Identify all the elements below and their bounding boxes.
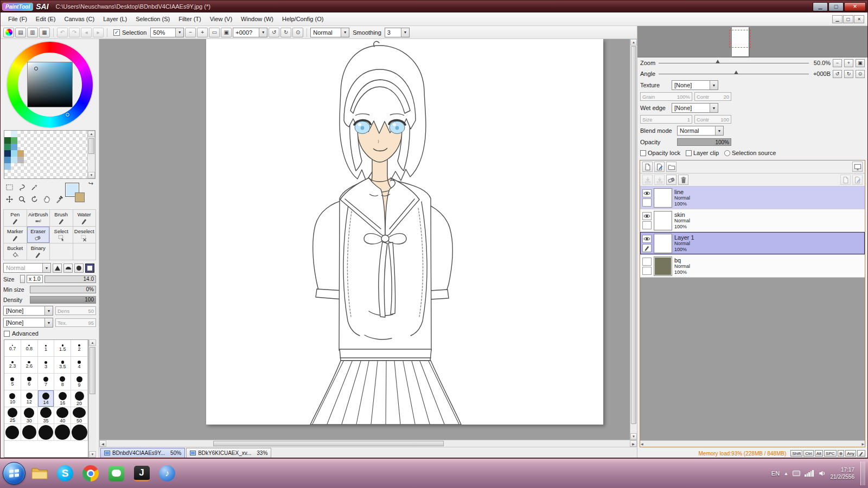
menu-filter[interactable]: Filter (T) xyxy=(174,13,206,25)
merge-down-button[interactable] xyxy=(654,175,665,185)
chevron-down-icon[interactable]: ▼ xyxy=(710,81,718,89)
maximize-button[interactable]: ▢ xyxy=(828,2,844,11)
document-tab-2[interactable]: BDkY6KICUAEX_xv... 33% xyxy=(186,448,271,458)
selection-visibility-toggle[interactable]: ✓ Selection xyxy=(113,29,146,36)
move-tool[interactable] xyxy=(4,194,15,204)
tool-airbrush[interactable]: AirBrush xyxy=(27,210,50,227)
layer-visibility-toggle[interactable] xyxy=(642,212,652,220)
nav-zoom-out-button[interactable]: − xyxy=(833,59,842,67)
secondary-color-swatch[interactable] xyxy=(75,192,85,202)
brush-size-cell[interactable]: 6 xyxy=(21,374,38,390)
rotate-ccw-button[interactable]: ↺ xyxy=(269,28,279,37)
selection-source-toggle[interactable]: Selection source xyxy=(724,150,776,156)
doc-minimize-button[interactable]: ▁ xyxy=(832,15,843,23)
horizontal-scrollbar[interactable]: ◀ ▶ xyxy=(99,440,637,447)
layer-clip-toggle[interactable]: Layer clip xyxy=(686,150,719,156)
magic-wand-tool[interactable] xyxy=(29,182,40,192)
opacity-lock-checkbox[interactable] xyxy=(640,150,646,156)
taskbar-jdownloader[interactable]: J xyxy=(130,462,153,485)
rotate-canvas-tool[interactable] xyxy=(29,194,40,204)
brush-size-cell[interactable] xyxy=(71,424,88,441)
size-slider[interactable]: 14.0 xyxy=(44,275,96,283)
brush-size-cell[interactable]: 35 xyxy=(38,407,55,424)
menu-canvas[interactable]: Canvas (C) xyxy=(60,13,99,25)
advanced-checkbox[interactable] xyxy=(4,331,10,337)
layer-panel-scrollbar[interactable]: ◀▶ xyxy=(640,440,865,447)
taskbar-explorer[interactable] xyxy=(28,462,51,485)
layer-visibility-toggle[interactable] xyxy=(642,189,652,197)
angle-slider[interactable] xyxy=(658,70,810,77)
nav-angle-reset-button[interactable]: ⊙ xyxy=(856,70,865,78)
panel-toggle-3-button[interactable]: ▦ xyxy=(39,28,50,37)
size-multiplier[interactable]: x 1.0 xyxy=(27,275,43,283)
panel-toggle-2-button[interactable]: ▥ xyxy=(27,28,38,37)
menu-selection[interactable]: Selection (S) xyxy=(131,13,174,25)
brush-blend-combo[interactable]: Normal▼ xyxy=(3,263,51,273)
chevron-down-icon[interactable]: ▼ xyxy=(175,28,183,37)
clear-layer-button[interactable] xyxy=(666,175,676,185)
brush-size-cell[interactable]: 4 xyxy=(71,357,88,374)
start-button[interactable] xyxy=(3,462,25,485)
slot2-combo[interactable]: [None]▼ xyxy=(3,318,53,328)
doc-restore-button[interactable]: ▢ xyxy=(843,15,853,23)
brush-size-cell[interactable]: 16 xyxy=(54,390,71,407)
swap-colors-icon[interactable]: ↪ xyxy=(88,180,93,187)
paste-layer-button[interactable] xyxy=(852,175,863,185)
chevron-down-icon[interactable]: ▼ xyxy=(715,126,723,135)
zoom-tool[interactable] xyxy=(16,194,27,204)
scroll-down-icon[interactable]: ▼ xyxy=(630,433,637,440)
opacity-slider[interactable]: 100% xyxy=(677,138,731,146)
size-grid-scrollbar[interactable]: ▲ ▼ xyxy=(88,339,96,458)
layer-clip-checkbox[interactable] xyxy=(686,150,692,156)
layer-visibility-toggle[interactable] xyxy=(642,235,652,243)
color-wheel[interactable] xyxy=(7,42,93,127)
brush-size-cell[interactable]: 20 xyxy=(71,390,88,407)
paint-mode-combo[interactable]: Normal▼ xyxy=(310,28,349,37)
chevron-down-icon[interactable]: ▼ xyxy=(259,28,267,37)
texture-combo[interactable]: [None]▼ xyxy=(672,80,718,90)
brush-size-cell[interactable] xyxy=(4,424,21,441)
vertical-scrollbar[interactable]: ▲ ▼ xyxy=(630,39,637,440)
scroll-down-icon[interactable]: ▼ xyxy=(88,172,95,178)
brush-size-cell[interactable]: 3.5 xyxy=(54,357,71,374)
chevron-down-icon[interactable]: ▼ xyxy=(44,306,53,315)
tool-binary[interactable]: Binary xyxy=(27,243,50,260)
chevron-down-icon[interactable]: ▼ xyxy=(710,104,718,112)
tool-marker[interactable]: Marker xyxy=(4,227,27,243)
hue-marker[interactable] xyxy=(66,113,69,117)
chevron-down-icon[interactable]: ▼ xyxy=(341,28,349,37)
history-back-button[interactable]: ◂ xyxy=(81,28,92,37)
scrollbar-thumb[interactable] xyxy=(213,441,444,446)
panel-display-button[interactable] xyxy=(852,162,863,172)
brush-size-cell[interactable]: 30 xyxy=(21,407,38,424)
brush-size-cell[interactable] xyxy=(21,424,38,441)
layer-row-skin[interactable]: skin Normal 100% xyxy=(640,209,865,232)
taskbar-itunes[interactable]: ♪ xyxy=(156,462,178,485)
angle-combo[interactable]: +000?▼ xyxy=(233,28,267,37)
taskbar-green-app[interactable] xyxy=(105,462,127,485)
nav-zoom-in-button[interactable]: + xyxy=(844,59,853,67)
brush-tip-triangle-button[interactable] xyxy=(53,264,62,273)
brush-size-cell[interactable]: 2 xyxy=(71,340,88,357)
menu-edit[interactable]: Edit (E) xyxy=(31,13,60,25)
blend-mode-combo[interactable]: Normal▼ xyxy=(677,126,724,136)
min-size-slider[interactable]: 0% xyxy=(30,286,96,293)
layer-extra-box[interactable] xyxy=(642,267,652,275)
brush-size-cell[interactable]: 50 xyxy=(71,407,88,424)
scroll-right-icon[interactable]: ▶ xyxy=(630,440,637,447)
chevron-down-icon[interactable]: ▼ xyxy=(401,28,409,37)
rotate-reset-button[interactable]: ⊙ xyxy=(292,28,303,37)
delete-layer-button[interactable] xyxy=(678,175,688,185)
layer-visibility-toggle-off[interactable] xyxy=(642,258,652,266)
taskbar-chrome[interactable] xyxy=(79,462,102,485)
selection-source-radio[interactable] xyxy=(724,150,730,156)
menu-help-config[interactable]: Help/Config (O) xyxy=(278,13,328,25)
tool-select[interactable]: Select xyxy=(50,227,73,243)
layer-row-bg[interactable]: bq Normal 100% xyxy=(640,255,865,278)
color-wheel-toggle-button[interactable] xyxy=(3,28,14,37)
copy-layer-button[interactable] xyxy=(840,175,851,185)
show-desktop-button[interactable] xyxy=(860,461,865,485)
slot1-combo[interactable]: [None]▼ xyxy=(3,306,53,316)
brush-size-cell[interactable] xyxy=(54,424,71,441)
scrollbar-thumb[interactable] xyxy=(90,347,95,394)
